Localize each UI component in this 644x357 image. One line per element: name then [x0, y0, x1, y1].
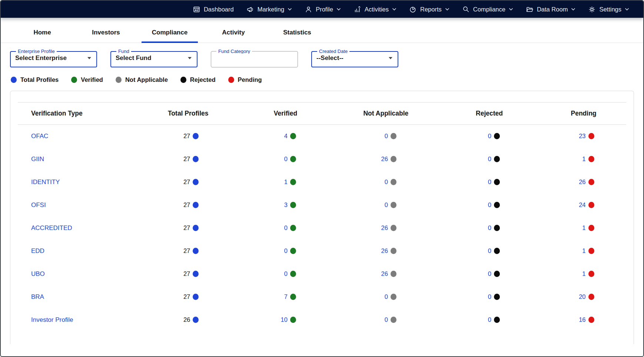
col-total-profiles: Total Profiles — [139, 103, 237, 125]
top-navbar: Dashboard Marketing Profile Activities — [1, 1, 643, 18]
verified-dot — [290, 133, 296, 139]
rejected-dot — [494, 317, 500, 323]
fund-category-field[interactable]: Fund Category — [211, 49, 298, 67]
tab-home[interactable]: Home — [10, 29, 74, 43]
total-profiles-dot — [193, 179, 199, 185]
chevron-down-icon — [392, 8, 396, 11]
chevron-down-icon — [445, 8, 449, 11]
verified-dot — [290, 179, 296, 185]
chevron-down-icon — [571, 8, 575, 11]
enterprise-profile-select[interactable]: Enterprise Profile Select Enterprise — [10, 49, 97, 67]
legend-label: Pending — [238, 76, 262, 83]
pending-dot — [588, 202, 594, 208]
rejected-count: 0 — [479, 178, 491, 186]
created-date-label: Created Date — [317, 49, 349, 54]
pending-count: 23 — [573, 133, 586, 140]
pending-count: 1 — [573, 156, 586, 163]
col-pending: Pending — [541, 103, 626, 125]
tab-investors[interactable]: Investors — [74, 29, 138, 43]
enterprise-profile-value: Select Enterprise — [15, 54, 67, 63]
verified-dot — [290, 248, 296, 254]
rejected-dot — [494, 294, 500, 300]
nav-item-reports[interactable]: Reports — [409, 6, 449, 13]
created-date-value: --Select-- — [316, 54, 343, 63]
row-link-ubo[interactable]: UBO — [31, 270, 45, 277]
not-applicable-dot — [391, 294, 396, 300]
tab-compliance[interactable]: Compliance — [138, 29, 202, 43]
nav-item-compliance[interactable]: Compliance — [462, 6, 513, 13]
not-applicable-count: 26 — [375, 224, 388, 231]
not-applicable-count: 0 — [375, 201, 388, 208]
total-count: 27 — [177, 247, 190, 254]
row-link-bra[interactable]: BRA — [31, 293, 44, 300]
verified-dot — [290, 294, 296, 300]
table-row: ACCREDITED 27 0 26 0 1 — [18, 217, 626, 240]
pending-dot — [588, 248, 594, 254]
rejected-dot — [180, 77, 186, 83]
verified-count: 7 — [275, 293, 288, 300]
nav-label: Reports — [420, 6, 442, 13]
total-count: 27 — [177, 178, 190, 186]
pending-dot — [588, 317, 594, 323]
tab-statistics[interactable]: Statistics — [265, 29, 329, 43]
row-link-accredited[interactable]: ACCREDITED — [31, 224, 72, 231]
col-not-applicable: Not Applicable — [334, 103, 438, 125]
row-link-ofac[interactable]: OFAC — [31, 133, 48, 140]
pending-dot — [228, 77, 234, 83]
verified-count: 0 — [275, 247, 288, 254]
row-link-edd[interactable]: EDD — [31, 247, 44, 254]
nav-item-dashboard[interactable]: Dashboard — [193, 6, 234, 13]
verified-dot — [290, 317, 296, 323]
rejected-dot — [494, 202, 500, 208]
created-date-select[interactable]: Created Date --Select-- — [311, 49, 398, 67]
rejected-count: 0 — [479, 270, 491, 277]
row-link-giin[interactable]: GIIN — [31, 156, 44, 163]
folder-icon — [526, 6, 534, 13]
gear-icon — [588, 6, 596, 13]
row-link-identity[interactable]: IDENTITY — [31, 178, 60, 186]
rejected-count: 0 — [479, 133, 491, 140]
nav-item-settings[interactable]: Settings — [588, 6, 629, 13]
rejected-dot — [494, 225, 500, 231]
legend-total-profiles: Total Profiles — [11, 76, 59, 83]
row-link-ofsi[interactable]: OFSI — [31, 201, 46, 208]
rejected-count: 0 — [479, 224, 491, 231]
legend-label: Total Profiles — [20, 76, 59, 83]
table-header-row: Verification Type Total Profiles Verifie… — [18, 103, 626, 125]
total-profiles-dot — [193, 225, 199, 231]
verified-dot — [71, 77, 77, 83]
pending-dot — [588, 179, 594, 185]
table-row: UBO 27 0 26 0 1 — [18, 263, 626, 286]
megaphone-icon — [246, 6, 254, 13]
legend-label: Rejected — [190, 76, 216, 83]
app-window: Dashboard Marketing Profile Activities — [0, 0, 644, 357]
verified-dot — [290, 225, 296, 231]
fund-category-input[interactable] — [215, 54, 294, 63]
pending-dot — [588, 225, 594, 231]
tab-activity[interactable]: Activity — [202, 29, 265, 43]
pending-count: 16 — [573, 316, 586, 323]
total-profiles-dot — [193, 317, 199, 323]
rejected-count: 0 — [479, 293, 491, 300]
rejected-dot — [494, 248, 500, 254]
nav-item-profile[interactable]: Profile — [305, 6, 341, 13]
pending-count: 26 — [573, 178, 586, 186]
total-count: 27 — [177, 293, 190, 300]
nav-item-activities[interactable]: Activities — [353, 6, 396, 13]
verified-count: 3 — [275, 201, 288, 208]
enterprise-profile-label: Enterprise Profile — [16, 49, 57, 54]
page-tabs: Home Investors Compliance Activity Stati… — [1, 18, 643, 43]
nav-item-data-room[interactable]: Data Room — [526, 6, 575, 13]
row-link-investor-profile[interactable]: Investor Profile — [31, 316, 73, 323]
nav-label: Data Room — [537, 6, 568, 13]
rejected-dot — [494, 133, 500, 139]
fund-select[interactable]: Fund Select Fund — [110, 49, 197, 67]
compliance-table-card: Verification Type Total Profiles Verifie… — [10, 91, 634, 344]
chevron-down-icon — [509, 8, 513, 11]
verified-dot — [290, 202, 296, 208]
legend-verified: Verified — [71, 76, 103, 83]
nav-label: Settings — [599, 6, 621, 13]
chevron-down-icon — [625, 8, 629, 11]
total-profiles-dot — [193, 271, 199, 277]
nav-item-marketing[interactable]: Marketing — [246, 6, 292, 13]
